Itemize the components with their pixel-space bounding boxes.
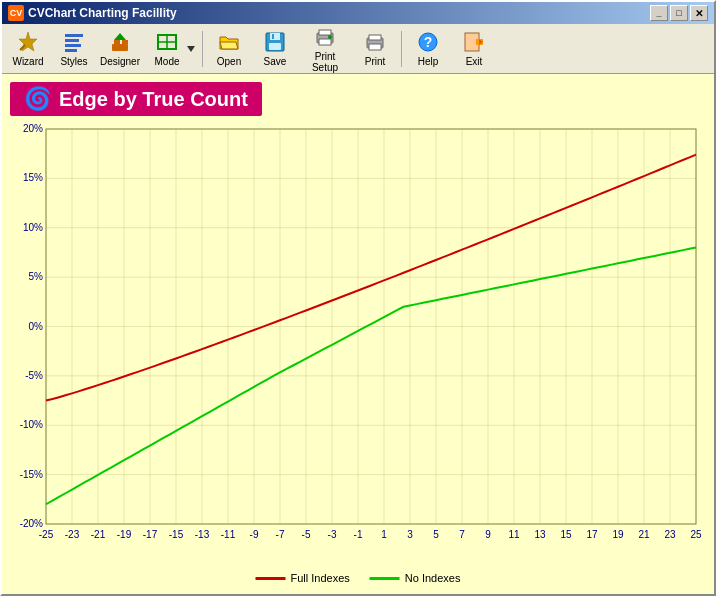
print-button[interactable]: Print [353,27,397,71]
app-icon: CV [8,5,24,21]
styles-button[interactable]: Styles [52,27,96,71]
svg-point-21 [328,35,332,39]
print-setup-button[interactable]: Print Setup [299,27,351,71]
legend-label-no: No Indexes [405,572,461,584]
svg-rect-6 [112,44,128,51]
exit-label: Exit [466,56,483,67]
save-icon [263,30,287,54]
svg-rect-4 [65,44,81,47]
designer-label: Designer [100,56,140,67]
minimize-button[interactable]: _ [650,5,668,21]
svg-marker-13 [187,46,195,52]
svg-rect-15 [270,33,280,40]
chart-area: 🌀 Edge by True Count Full Indexes No Ind… [2,74,714,594]
mode-label: Mode [154,56,179,67]
legend-label-full: Full Indexes [291,572,350,584]
wizard-label: Wizard [12,56,43,67]
save-button[interactable]: Save [253,27,297,71]
styles-label: Styles [60,56,87,67]
svg-rect-17 [272,34,274,39]
svg-rect-24 [369,44,381,50]
svg-rect-20 [319,39,331,45]
svg-rect-7 [114,40,120,44]
svg-rect-23 [369,35,381,40]
print-setup-label: Print Setup [302,51,348,73]
mode-button[interactable]: Mode [144,27,198,71]
chart-canvas [10,124,706,554]
chart-container: Full Indexes No Indexes [10,124,706,554]
styles-icon [62,30,86,54]
title-bar-left: CV CVChart Charting Facillity [8,5,177,21]
sep-2 [401,31,402,67]
chart-title-badge: 🌀 Edge by True Count [10,82,262,116]
print-icon [363,30,387,54]
svg-rect-5 [65,49,77,52]
open-icon [217,30,241,54]
designer-button[interactable]: Designer [98,27,142,71]
help-icon: ? [416,30,440,54]
legend-item-full: Full Indexes [256,572,350,584]
svg-marker-9 [114,33,126,40]
chart-title: Edge by True Count [59,88,248,111]
chart-legend: Full Indexes No Indexes [256,572,461,584]
exit-button[interactable]: Exit [452,27,496,71]
open-label: Open [217,56,241,67]
mode-icon [155,30,179,54]
svg-rect-19 [319,30,331,35]
toolbar: Wizard Styles [2,24,714,74]
legend-item-no: No Indexes [370,572,461,584]
wizard-icon [16,30,40,54]
open-button[interactable]: Open [207,27,251,71]
legend-line-no [370,577,400,580]
help-button[interactable]: ? Help [406,27,450,71]
close-button[interactable]: ✕ [690,5,708,21]
help-label: Help [418,56,439,67]
svg-rect-16 [269,43,281,50]
wizard-button[interactable]: Wizard [6,27,50,71]
designer-icon [108,30,132,54]
print-setup-icon [313,25,337,49]
print-label: Print [365,56,386,67]
svg-rect-8 [122,40,128,44]
title-bar: CV CVChart Charting Facillity _ □ ✕ [2,2,714,24]
exit-icon [462,30,486,54]
main-window: CV CVChart Charting Facillity _ □ ✕ Wiza… [0,0,716,596]
sep-1 [202,31,203,67]
maximize-button[interactable]: □ [670,5,688,21]
legend-line-full [256,577,286,580]
mode-dropdown-arrow[interactable] [187,43,195,54]
save-label: Save [264,56,287,67]
svg-rect-2 [65,34,83,37]
svg-text:?: ? [424,34,433,50]
title-spiral-icon: 🌀 [24,86,51,112]
svg-rect-3 [65,39,79,42]
window-title: CVChart Charting Facillity [28,6,177,20]
title-controls[interactable]: _ □ ✕ [650,5,708,21]
